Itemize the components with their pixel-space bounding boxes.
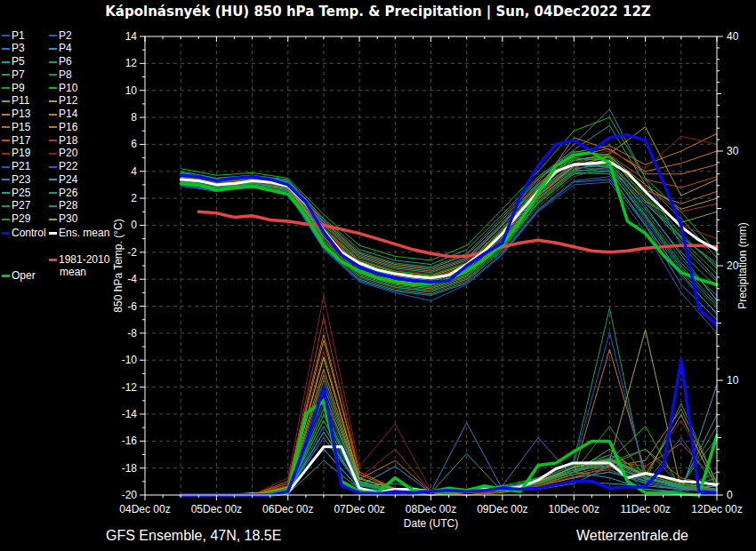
temp-axis-title: 850 hPa Temp. (°C) [112, 219, 125, 312]
member-precip-line-P10 [181, 427, 717, 495]
member-precip-line-P26 [181, 403, 717, 495]
date-tick-label: 07Dec 00z [334, 503, 384, 515]
member-precip-line-P1 [181, 427, 717, 495]
temp-tick-label: -4 [127, 273, 137, 285]
temp-tick-label: 14 [125, 30, 138, 43]
member-precip-line-P9 [181, 415, 717, 495]
member-temp-line-P5 [181, 125, 717, 264]
temp-tick-label: -14 [122, 408, 138, 420]
temp-tick-label: -12 [122, 381, 138, 394]
source-label: Wetterzentrale.de [576, 528, 688, 544]
temp-tick-label: 4 [131, 165, 137, 178]
member-precip-line-P2 [181, 403, 717, 495]
precip-tick-label: 0 [727, 489, 733, 501]
temp-tick-label: -10 [122, 354, 138, 366]
date-tick-label: 12Dec 00z [691, 503, 742, 515]
temp-tick-label: -16 [122, 435, 138, 447]
temp-tick-label: 12 [125, 57, 138, 69]
member-precip-line-P22 [181, 427, 717, 495]
date-tick-label: 09Dec 00z [477, 503, 527, 515]
temp-tick-label: -6 [127, 300, 137, 313]
member-precip-line-P24 [181, 415, 717, 495]
grid-lines [145, 36, 717, 495]
member-temp-line-P14 [181, 138, 717, 279]
precip-tick-label: 30 [727, 145, 739, 157]
temp-tick-label: -2 [127, 246, 137, 259]
meteogram-window: Kápolnásnyék (HU) 850 hPa Temp. & Precip… [0, 0, 756, 551]
ensemble-plume-chart: 14121086420-2-4-6-8-10-12-14-16-18-20010… [0, 0, 756, 551]
member-precip-line-P17 [181, 392, 717, 495]
date-tick-label: 05Dec 00z [191, 503, 242, 515]
precip-tick-label: 10 [727, 374, 739, 387]
date-tick-label: 10Dec 00z [549, 503, 599, 515]
temp-tick-label: 8 [131, 111, 137, 124]
date-tick-label: 04Dec 00z [119, 503, 170, 515]
temp-tick-label: 10 [125, 84, 138, 97]
temp-tick-label: 2 [131, 192, 137, 204]
temp-tick-label: -18 [122, 462, 138, 475]
temp-tick-label: -8 [127, 327, 137, 339]
date-tick-label: 11Dec 00z [620, 503, 670, 515]
member-precip-line-P6 [181, 308, 717, 495]
date-tick-label: 08Dec 00z [406, 503, 456, 515]
temp-tick-label: -20 [122, 489, 138, 501]
temp-tick-label: 0 [131, 219, 137, 231]
member-precip-line-P3 [181, 423, 717, 495]
x-axis-title: Date (UTC) [404, 517, 458, 530]
date-tick-label: 06Dec 00z [262, 503, 313, 515]
precip-tick-label: 40 [727, 30, 739, 43]
model-location-label: GFS Ensemble, 47N, 18.5E [106, 528, 281, 544]
precip-axis-title: Precipitation (mm) [736, 222, 749, 308]
temp-tick-label: 6 [131, 138, 137, 150]
